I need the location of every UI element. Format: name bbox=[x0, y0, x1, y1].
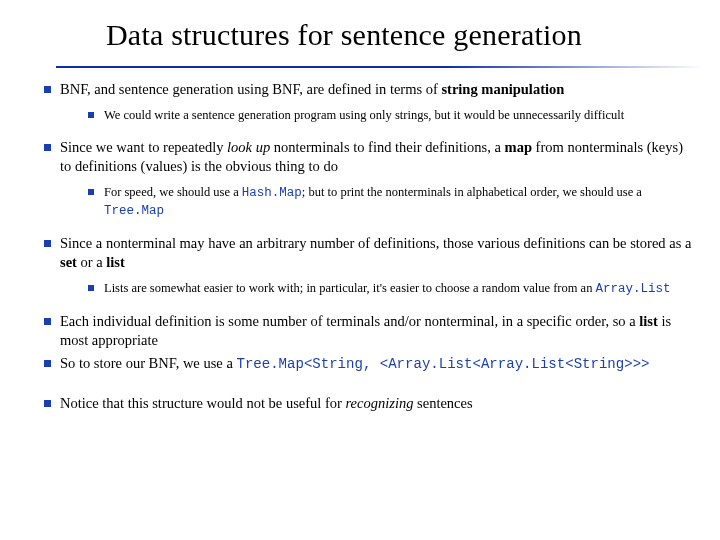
bullet-3-sub-a: Lists are somewhat easier to work with; … bbox=[104, 281, 596, 295]
bullet-4-text-a: Each individual definition is some numbe… bbox=[60, 313, 639, 329]
bullet-6-text-a: Notice that this structure would not be … bbox=[60, 395, 346, 411]
bullet-2-em: look up bbox=[227, 139, 270, 155]
bullet-2-sub: For speed, we should use a Hash.Map; but… bbox=[86, 184, 692, 220]
treemap-type-code: Tree.Map<String, <Array.List<Array.List<… bbox=[236, 356, 649, 372]
bullet-6: Notice that this structure would not be … bbox=[38, 394, 692, 413]
treemap-code: Tree.Map bbox=[104, 204, 164, 218]
bullet-2-text-b: nonterminals to find their definitions, … bbox=[270, 139, 504, 155]
bullet-1-sub: We could write a sentence generation pro… bbox=[86, 107, 692, 124]
bullet-2-sub-b: ; but to print the nonterminals in alpha… bbox=[302, 185, 642, 199]
bullet-3-text-b: or a bbox=[77, 254, 106, 270]
bullet-1-bold: string manipulation bbox=[441, 81, 564, 97]
bullet-3-bold2: list bbox=[106, 254, 125, 270]
bullet-3-sub: Lists are somewhat easier to work with; … bbox=[86, 280, 692, 298]
bullet-4-bold: list bbox=[639, 313, 658, 329]
bullet-4: Each individual definition is some numbe… bbox=[38, 312, 692, 350]
bullet-3-text-a: Since a nonterminal may have an arbitrar… bbox=[60, 235, 691, 251]
bullet-1-text-a: BNF, and sentence generation using BNF, … bbox=[60, 81, 441, 97]
slide-title: Data structures for sentence generation bbox=[106, 18, 692, 52]
bullet-list: BNF, and sentence generation using BNF, … bbox=[38, 80, 692, 413]
bullet-5: So to store our BNF, we use a Tree.Map<S… bbox=[38, 354, 692, 374]
bullet-2-bold: map bbox=[505, 139, 532, 155]
title-underline bbox=[56, 66, 704, 68]
arraylist-code: Array.List bbox=[596, 282, 671, 296]
bullet-6-em: recognizing bbox=[346, 395, 414, 411]
bullet-6-text-b: sentences bbox=[413, 395, 472, 411]
bullet-1: BNF, and sentence generation using BNF, … bbox=[38, 80, 692, 124]
bullet-2-text-a: Since we want to repeatedly bbox=[60, 139, 227, 155]
bullet-2: Since we want to repeatedly look up nont… bbox=[38, 138, 692, 220]
bullet-3: Since a nonterminal may have an arbitrar… bbox=[38, 234, 692, 298]
hashmap-code: Hash.Map bbox=[242, 186, 302, 200]
bullet-2-sub-a: For speed, we should use a bbox=[104, 185, 242, 199]
bullet-3-bold1: set bbox=[60, 254, 77, 270]
bullet-5-text-a: So to store our BNF, we use a bbox=[60, 355, 236, 371]
